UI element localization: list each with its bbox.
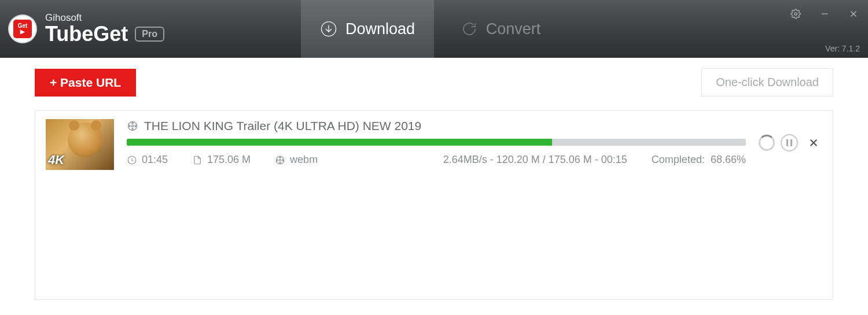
completed-status: Completed: 68.66% <box>652 154 746 166</box>
window-controls <box>781 0 868 28</box>
completed-label: Completed: <box>652 154 705 165</box>
item-controls <box>759 134 822 151</box>
tab-convert[interactable]: Convert <box>434 0 567 58</box>
app-header: Get▶ Gihosoft TubeGet Pro Download Conve… <box>0 0 868 58</box>
completed-percent: 68.66% <box>711 154 746 165</box>
svg-point-13 <box>279 159 281 161</box>
one-click-download-button[interactable]: One-click Download <box>701 68 833 97</box>
loading-spinner-icon <box>759 135 775 151</box>
svg-point-5 <box>128 122 137 131</box>
progress-bar <box>127 139 746 146</box>
app-title-block: Gihosoft TubeGet Pro <box>45 13 164 45</box>
svg-point-16 <box>277 159 278 160</box>
paste-url-button[interactable]: + Paste URL <box>35 69 136 97</box>
svg-point-15 <box>279 162 281 163</box>
clock-icon <box>127 155 137 165</box>
convert-icon <box>461 20 478 38</box>
pause-button[interactable] <box>781 134 798 151</box>
main-area: + Paste URL One-click Download 4K THE LI… <box>0 58 868 300</box>
resolution-badge: 4K <box>48 153 64 168</box>
format-icon <box>275 155 285 165</box>
duration-value: 01:45 <box>142 154 168 166</box>
file-size: 175.06 M <box>192 154 251 166</box>
settings-button[interactable] <box>781 0 810 28</box>
x-icon <box>808 138 819 148</box>
minimize-icon <box>819 9 830 19</box>
file-icon <box>192 155 203 165</box>
video-thumbnail: 4K <box>46 119 114 170</box>
close-button[interactable] <box>839 0 868 28</box>
mode-tabs: Download Convert <box>301 0 567 58</box>
tab-download[interactable]: Download <box>301 0 434 58</box>
progress-fill <box>127 139 552 146</box>
cancel-button[interactable] <box>805 134 822 151</box>
video-title: THE LION KING Trailer (4K ULTRA HD) NEW … <box>144 119 421 133</box>
svg-point-17 <box>282 159 283 160</box>
svg-point-9 <box>129 125 131 127</box>
svg-point-12 <box>276 156 284 164</box>
download-body: THE LION KING Trailer (4K ULTRA HD) NEW … <box>127 119 746 166</box>
svg-point-10 <box>135 125 137 127</box>
svg-point-7 <box>132 123 134 124</box>
download-item: 4K THE LION KING Trailer (4K ULTRA HD) N… <box>46 119 822 170</box>
gear-icon <box>790 9 801 19</box>
svg-rect-19 <box>790 139 792 146</box>
vendor-name: Gihosoft <box>45 13 164 24</box>
svg-point-1 <box>795 13 797 16</box>
download-meta-row: 01:45 175.06 M webm 2.64MB/s - 120.20 M … <box>127 154 746 166</box>
file-size-value: 175.06 M <box>207 154 251 166</box>
app-logo: Get▶ <box>8 14 37 43</box>
tab-convert-label: Convert <box>486 20 541 38</box>
svg-point-6 <box>131 125 133 127</box>
format-value: webm <box>290 154 318 166</box>
format: webm <box>275 154 318 166</box>
minimize-button[interactable] <box>810 0 839 28</box>
app-logo-glyph: Get▶ <box>13 20 32 38</box>
close-icon <box>848 9 859 19</box>
svg-point-8 <box>132 128 134 130</box>
svg-point-14 <box>279 157 281 158</box>
duration: 01:45 <box>127 154 168 166</box>
film-icon <box>127 120 138 132</box>
download-list: 4K THE LION KING Trailer (4K ULTRA HD) N… <box>35 110 833 300</box>
version-label: Ver: 7.1.2 <box>825 44 860 53</box>
download-icon <box>320 20 337 38</box>
pro-badge: Pro <box>135 27 164 42</box>
action-row: + Paste URL One-click Download <box>35 68 833 97</box>
app-name: TubeGet <box>45 23 128 45</box>
svg-rect-18 <box>786 139 788 146</box>
tab-download-label: Download <box>345 20 415 38</box>
pause-icon <box>786 139 792 146</box>
transfer-stats: 2.64MB/s - 120.20 M / 175.06 M - 00:15 <box>443 154 627 166</box>
